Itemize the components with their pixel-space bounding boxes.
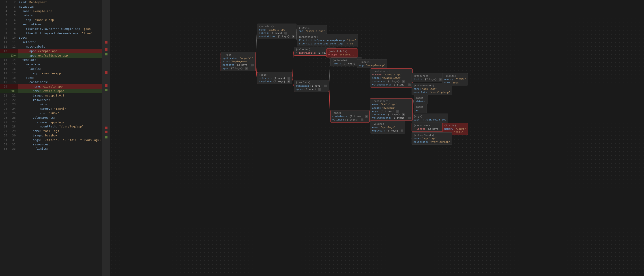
graph-view[interactable]: — RootapiVersion: "apps/v1"kind: "Deploy… (110, 0, 644, 276)
graph-node[interactable]: {labels}app: "example-app" (297, 25, 327, 34)
node-property: /bin/sh (416, 100, 426, 103)
code-line[interactable]: 77 annotations: (0, 22, 110, 27)
graph-node[interactable]: [args]/bin/sh (414, 95, 428, 104)
minimap-marker[interactable] (105, 89, 108, 91)
graph-node[interactable]: {annotations}fluentbit.io/parser-example… (297, 34, 358, 46)
node-property: app: "example-app" (359, 64, 385, 67)
expand-button[interactable]: − (408, 83, 411, 86)
code-line[interactable]: 13 app: example-app (0, 49, 110, 53)
code-line[interactable]: 33metadata: (0, 5, 110, 9)
code-line[interactable]: 2222 resources: (0, 98, 110, 102)
graph-node[interactable]: [args]-c (414, 104, 427, 113)
code-line[interactable]: 2525 cpu: "500m" (0, 111, 110, 115)
expand-button[interactable]: − (365, 115, 368, 118)
code-line[interactable]: 2323 limits: (0, 102, 110, 107)
graph-node[interactable]: {matchLabels}~ app: "example..." (326, 49, 358, 57)
minimap[interactable] (102, 0, 110, 276)
code-line[interactable]: 1616 labels: (0, 67, 110, 71)
graph-node[interactable]: {spec}containers: [2 items]−volumes: [1 … (330, 110, 370, 122)
minimap-marker[interactable] (105, 84, 108, 87)
code-line[interactable]: 88 fluentbit.io/parser-example-app: json (0, 27, 110, 31)
expand-button[interactable]: − (245, 67, 248, 70)
expand-button[interactable]: − (408, 117, 411, 119)
code-line[interactable]: 20 - name: example-app (0, 84, 110, 89)
code-line[interactable]: 2727 - name: app-logs (0, 120, 110, 124)
code-line[interactable]: 2828 mountPath: "/var/log/app" (0, 124, 110, 129)
minimap-marker[interactable] (105, 130, 108, 133)
node-property: tail -f /var/log/l.log (414, 118, 446, 121)
graph-node[interactable]: {resources}limits: {2 keys}− (412, 73, 444, 82)
code-line[interactable]: 3333 limits: (0, 147, 110, 151)
code-line[interactable]: 13+ app: exafsdfdsmple-app (0, 53, 110, 58)
node-property: emptyDir: {0 keys}− (372, 129, 403, 132)
code-line[interactable]: 1212 matchLabels: (0, 44, 110, 49)
graph-node[interactable]: [args]tail -f /var/log/l.log (412, 113, 448, 122)
node-property: args: [3 items]− (372, 109, 411, 113)
code-line[interactable]: 1010spec: (0, 36, 110, 40)
code-line[interactable]: 2929 - name: tail-logs (0, 129, 110, 133)
minimap-marker[interactable] (105, 71, 108, 74)
expand-button[interactable]: − (288, 80, 290, 83)
expand-button[interactable]: − (396, 110, 399, 113)
expand-button[interactable]: − (402, 80, 405, 83)
code-line[interactable]: 2424 memory: "128Mi" (0, 107, 110, 111)
expand-button[interactable]: − (361, 118, 364, 121)
expand-button[interactable]: − (324, 85, 327, 87)
expand-button[interactable]: − (439, 78, 442, 81)
code-line[interactable]: 1717 app: example-app (0, 71, 110, 76)
graph-node[interactable]: {resources}~ limits: {2 keys}− (412, 123, 447, 132)
code-line[interactable]: 2121 image: myapp:1.0.0 (0, 93, 110, 98)
expand-button[interactable]: − (292, 35, 294, 38)
graph-node[interactable]: {labels}app: "example-app" (357, 59, 388, 68)
code-line[interactable]: 99 fluentbit.io/exclude-send-logs: "true… (0, 31, 110, 36)
code-line[interactable]: 1919 containers: (0, 80, 110, 84)
graph-node[interactable]: — RootapiVersion: "apps/v1"kind: "Deploy… (220, 52, 256, 71)
expand-button[interactable]: − (402, 113, 405, 116)
graph-node[interactable]: [volumes]name: "app-logs"emptyDir: {0 ke… (370, 121, 405, 133)
minimap-marker[interactable] (105, 126, 108, 129)
node-title: {spec} (332, 111, 368, 115)
code-line[interactable]: 20+ - name: example-apps (0, 89, 110, 93)
node-property: kind: "Deployment" (222, 60, 254, 63)
code-line[interactable]: 55 labels: (0, 13, 110, 18)
node-title: {limits} (444, 124, 466, 127)
code-editor[interactable]: 22kind: Deployment33metadata:44 name: ex… (0, 0, 110, 276)
expand-button[interactable]: − (284, 32, 287, 35)
code-line[interactable]: 1818 spec: (0, 76, 110, 80)
graph-node[interactable]: {metadata}name: "example-app"labels: {1 … (257, 24, 296, 39)
node-property: mountPath: "/var/log/app" (414, 91, 450, 94)
minimap-marker[interactable] (105, 53, 108, 55)
code-line[interactable]: 1414 template: (0, 58, 110, 62)
minimap-marker[interactable] (105, 48, 108, 51)
node-property: name: "app-logs" (372, 126, 403, 129)
node-title: [args] (414, 115, 446, 118)
code-line[interactable]: 1111 selector: (0, 40, 110, 44)
code-line[interactable]: 22kind: Deployment (0, 0, 110, 5)
graph-node[interactable]: {spec}selector: {1 keys}−template: {2 ke… (257, 72, 292, 84)
graph-node[interactable]: [containers]name: "tail-logs"image: "bus… (370, 98, 413, 121)
node-title: [volumeMounts] (414, 133, 450, 137)
code-line[interactable]: 44 name: example-app (0, 9, 110, 14)
code-line[interactable]: 66 app: example-app (0, 18, 110, 22)
code-line[interactable]: 3131 args: [/bin/sh, -c, 'tail -f /var/l… (0, 138, 110, 142)
expand-button[interactable]: − (288, 77, 290, 80)
graph-node[interactable]: [volumeMounts]name: "app-logs"mountPath:… (412, 132, 452, 145)
node-property: spec: {2 keys}− (296, 87, 327, 91)
node-title: [containers] (372, 70, 411, 73)
node-title: {labels} (299, 26, 325, 29)
graph-node[interactable]: [containers]~ name: "example-app"image: … (370, 68, 413, 87)
expand-button[interactable]: − (318, 88, 321, 91)
graph-node[interactable]: [volumeMounts]name: "app-logs"mountPath:… (412, 83, 452, 95)
node-title: [args] (416, 96, 426, 100)
code-line[interactable]: 2626 volumeMounts: (0, 115, 110, 120)
minimap-marker[interactable] (105, 41, 108, 44)
node-property: ~ name: "example-app" (372, 73, 411, 76)
code-line[interactable]: 3232 resources: (0, 142, 110, 147)
node-property: volumeMounts: [1 items]− (372, 116, 411, 120)
minimap-marker[interactable] (105, 136, 108, 139)
code-line[interactable]: 3030 image: busybox (0, 133, 110, 138)
expand-button[interactable]: − (400, 129, 403, 132)
graph-node[interactable]: {template}metadata: {1 keys}−spec: {2 ke… (294, 80, 329, 92)
expand-button[interactable]: − (251, 64, 254, 66)
code-line[interactable]: 1515 metadata: (0, 62, 110, 67)
